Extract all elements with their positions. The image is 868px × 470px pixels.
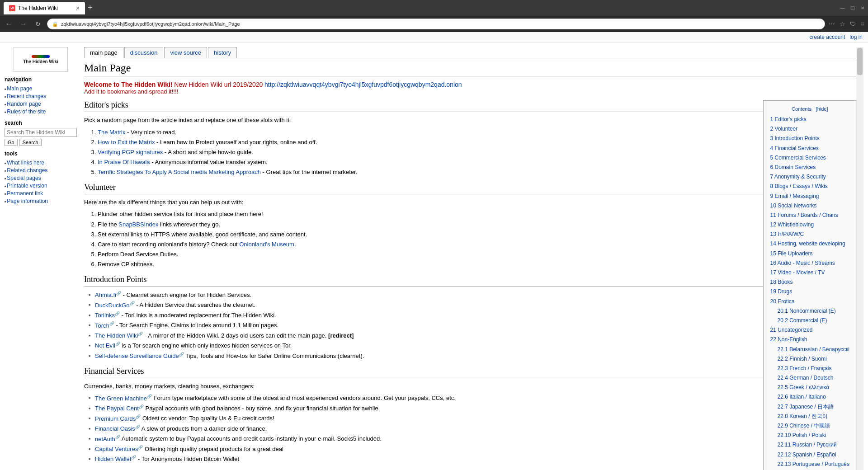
editors-picks-intro: Pick a random page from the article inde… [84, 116, 856, 125]
login-link[interactable]: log in [849, 34, 863, 40]
tab-close-button[interactable]: × [76, 5, 80, 12]
browser-titlebar: W The Hidden Wiki × + ─ □ × [0, 0, 868, 16]
toc-hide[interactable]: [hide] [816, 106, 828, 112]
page-tab-view-source[interactable]: view source [164, 47, 207, 58]
volunteer-item: Remove CP shitness. [98, 259, 856, 269]
toc-item: 1 Editor's picks [770, 115, 849, 124]
address-text: zqktlwiuavvqqt4ybvgi7tyo4hjl5xgfuvpdf6ot… [61, 21, 240, 27]
financial-heading: Financial Services [84, 367, 856, 378]
shield-icon[interactable]: 🛡 [850, 20, 856, 28]
welcome-add: Add it to bookmarks and spread it!!!! [84, 88, 178, 95]
refresh-button[interactable]: ↻ [33, 19, 43, 29]
tools-nav-item: What links here [5, 159, 77, 166]
sidebar-tools: tools What links hereRelated changesSpec… [5, 150, 77, 205]
toc-item: 22.3 French / Français [777, 364, 849, 373]
star-icon[interactable]: ☆ [840, 20, 845, 28]
scrollbar[interactable] [856, 47, 863, 470]
toc-item: 13 H/P/A/W/C [770, 230, 849, 239]
financial-item: The Green Machine Forum type marketplace… [89, 393, 856, 403]
toc-item: 4 Financial Services [770, 144, 849, 153]
navigation-heading: navigation [5, 76, 77, 83]
financial-item: Capital Ventures Offering high quality p… [89, 444, 856, 454]
sidebar-nav-item: Main page [5, 85, 77, 92]
intro-point-item: Self-defense Surveillance Guide Tips, To… [89, 351, 856, 361]
toc-item: 18 Books [770, 277, 849, 287]
volunteer-item: Care to start recording onionland's hist… [98, 240, 856, 249]
toc-title: Contents [hide] [770, 105, 849, 112]
scrollbar-thumb[interactable] [857, 48, 863, 75]
sidebar-nav-item: Recent changes [5, 92, 77, 100]
search-buttons: Go Search [5, 139, 77, 146]
new-tab-button[interactable]: + [88, 3, 93, 13]
window-minimize[interactable]: ─ [840, 5, 844, 11]
toc-item: 14 Hosting, website developing [770, 239, 849, 249]
tools-nav-item: Page information [5, 197, 77, 205]
intro-point-item: Torch - Tor Search Engine. Claims to ind… [89, 320, 856, 330]
page-tab-main-page[interactable]: main page [84, 47, 123, 58]
tools-nav-item: Special pages [5, 174, 77, 182]
intro-point-item: Ahmia.fi - Clearnet search engine for To… [89, 290, 856, 300]
intro-point-item: Not Evil is a Tor search engine which on… [89, 341, 856, 351]
more-icon[interactable]: ≡ [861, 20, 864, 28]
search-box: Go Search [5, 128, 77, 146]
window-close[interactable]: × [861, 5, 864, 11]
page-tab-discussion[interactable]: discussion [124, 47, 164, 58]
toc-item: 22.4 German / Deutsch [777, 373, 849, 383]
volunteer-item: Perform Dead Services Duties. [98, 249, 856, 259]
toc-item: 10 Social Networks [770, 201, 849, 211]
volunteer-item: Set external links to HTTPS where availa… [98, 230, 856, 240]
page-tabs: main pagediscussionview sourcehistory [84, 47, 856, 58]
logo-box: The Hidden Wiki [14, 47, 68, 72]
page-title: Main Page [84, 62, 856, 76]
intro-point-item: DuckDuckGo - A Hidden Service that searc… [89, 300, 856, 310]
volunteer-item: Plunder other hidden service lists for l… [98, 209, 856, 219]
toc-item: 7 Anonymity & Security [770, 172, 849, 182]
tab-title: The Hidden Wiki [18, 5, 58, 11]
browser-tab[interactable]: W The Hidden Wiki × [4, 2, 85, 14]
toc-item: 3 Introduction Points [770, 134, 849, 143]
toc-item: 2 Volunteer [770, 124, 849, 134]
editors-picks-list: The Matrix - Very nice to read.How to Ex… [98, 127, 856, 177]
sidebar-navigation: navigation Main pageRecent changesRandom… [5, 76, 77, 115]
editors-picks-item: How to Exit the Matrix - Learn how to Pr… [98, 137, 856, 147]
window-maximize[interactable]: □ [851, 5, 855, 11]
sidebar: The Hidden Wiki navigation Main pageRece… [5, 47, 77, 470]
page-content: The Hidden Wiki navigation Main pageRece… [0, 42, 868, 470]
tools-nav-item: Printable version [5, 182, 77, 189]
back-button[interactable]: ← [4, 19, 14, 29]
toc-item: 11 Forums / Boards / Chans [770, 211, 849, 220]
intro-points-list: Ahmia.fi - Clearnet search engine for To… [89, 290, 856, 361]
welcome-note: New Hidden Wiki url 2019/2020 [174, 81, 263, 88]
page-tab-history[interactable]: history [208, 47, 237, 58]
go-button[interactable]: Go [5, 139, 18, 146]
toolbar-icons: ⋯ ☆ 🛡 ≡ [829, 20, 864, 28]
editors-picks-heading: Editor's picks [84, 100, 856, 112]
toc-item: 5 Commercial Services [770, 153, 849, 163]
volunteer-item: File the SnapBBSIndex links wherever the… [98, 220, 856, 230]
toc-item: 22.5 Greek / ελληνικά [777, 383, 849, 392]
search-input[interactable] [5, 128, 77, 137]
toc-item: 8 Blogs / Essays / Wikis [770, 182, 849, 191]
create-account-link[interactable]: create account [810, 34, 845, 40]
address-bar[interactable]: 🔒 zqktlwiuavvqqt4ybvgi7tyo4hjl5xgfuvpdf6… [47, 19, 825, 29]
toc-item: 17 Video - Movies / TV [770, 268, 849, 277]
menu-icon[interactable]: ⋯ [829, 20, 835, 28]
forward-button[interactable]: → [18, 19, 29, 29]
top-bar: create account log in [0, 32, 868, 42]
financial-item: netAuth Automatic system to buy Paypal a… [89, 434, 856, 444]
intro-point-item: The Hidden Wiki - A mirror of the Hidden… [89, 331, 856, 341]
financial-item: Hidden Wallet - Tor Anonymous Hidden Bit… [89, 454, 856, 464]
editors-picks-item: Terrific Strategies To Apply A Social me… [98, 167, 856, 177]
browser-controls: ← → ↻ 🔒 zqktlwiuavvqqt4ybvgi7tyo4hjl5xgf… [0, 16, 868, 32]
tools-nav-item: Permanent link [5, 189, 77, 197]
financial-item: Financial Oasis A slew of products from … [89, 424, 856, 434]
sidebar-nav-item: Random page [5, 100, 77, 108]
editors-picks-item: In Praise Of Hawala - Anonymous informal… [98, 157, 856, 167]
welcome-url[interactable]: http://zqktlwiuavvqqt4ybvgi7tyo4hjl5xgfu… [264, 81, 462, 88]
editors-picks-item: The Matrix - Very nice to read. [98, 127, 856, 137]
intro-point-item: Torlinks - TorLinks is a moderated repla… [89, 310, 856, 320]
logo-swoosh [32, 55, 50, 58]
tab-favicon: W [9, 5, 15, 11]
search-button[interactable]: Search [19, 139, 42, 146]
financial-item: The Paypal Cent Paypal accounts with goo… [89, 404, 856, 414]
